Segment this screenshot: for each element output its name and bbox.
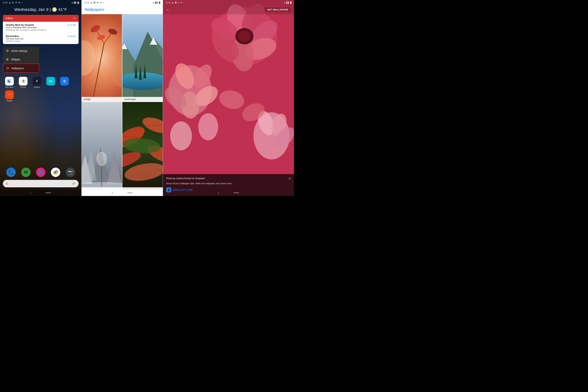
- email-item-1[interactable]: Healthy Mind by Verywell 11:12 AM How to…: [3, 22, 79, 33]
- photo-icon-p3: 🖼: [175, 2, 177, 4]
- battery-icon-p2: ▓: [159, 2, 160, 4]
- app-play-store[interactable]: ▶ Play Store: [3, 77, 15, 88]
- voyage-thumb: [82, 14, 122, 102]
- home-indicator[interactable]: [46, 192, 51, 193]
- photos-label: Photos: [20, 86, 26, 88]
- email-row: ButcherBox 11:05 AM: [6, 35, 76, 38]
- status-left: 11:15 ☁ 🐦 ✉ 🐦 •: [2, 2, 22, 4]
- dock-chrome[interactable]: [51, 168, 60, 177]
- panel3-content: 11:15 ☁ 🖼 ≡ 🐦 • ▲ ▌▌ ▓ ← SET WALLPAPER P…: [163, 0, 294, 196]
- email-preview: Meditating with chocolate is simple enou…: [6, 29, 76, 31]
- app-ho[interactable]: HO: [45, 77, 56, 88]
- games-label: Games: [34, 86, 40, 88]
- landscapes-thumb: [122, 14, 163, 102]
- dock-spiral[interactable]: 🌀: [36, 168, 45, 177]
- expand-icon[interactable]: ∨: [289, 176, 291, 180]
- inbox-header: Inbox ✏: [3, 15, 79, 22]
- wallpaper-voyage[interactable]: Voyage: [82, 14, 122, 102]
- panel3-topbar: ← SET WALLPAPER: [163, 5, 294, 14]
- separator: |: [50, 7, 52, 12]
- status-bar-panel3: 11:15 ☁ 🖼 ≡ 🐦 • ▲ ▌▌ ▓: [163, 0, 294, 5]
- app-games[interactable]: # Games: [31, 77, 43, 88]
- svg-text:▶: ▶: [8, 79, 11, 83]
- wallpaper-landscapes[interactable]: Landscapes: [122, 14, 163, 102]
- app-photos[interactable]: Photos: [17, 77, 29, 88]
- app-grid: ▶ Play Store Photos: [0, 75, 81, 104]
- wallpapers-icon: ⊡: [6, 66, 9, 70]
- tropical-label: [122, 187, 163, 190]
- wallpapers-header: Wallpapers: [82, 5, 163, 14]
- wifi-icon-p3: ▲: [284, 2, 286, 4]
- wallpaper-winter[interactable]: [82, 102, 122, 190]
- menu-item-wallpapers[interactable]: ⊡ Wallpapers: [3, 64, 39, 73]
- soundcloud-icon: ☁: [9, 2, 11, 4]
- home-indicator-p3[interactable]: [234, 192, 239, 193]
- wallpaper-preview-panel: 11:15 ☁ 🖼 ≡ 🐦 • ▲ ▌▌ ▓ ← SET WALLPAPER P…: [163, 0, 294, 196]
- wallpaper-grid: Voyage: [82, 14, 163, 190]
- signal-icon-p2: ▌▌: [155, 2, 158, 4]
- nav-bar-panel3: ‹: [163, 190, 294, 196]
- wallpapers-panel: 11:15 ☁ 🖼 🐦 ✉ • ▲ ▌▌ ▓ Wallpapers: [81, 0, 163, 196]
- email-time-2: 11:05 AM: [67, 35, 76, 37]
- svg-point-19: [122, 72, 163, 90]
- menu-label-widgets: Widgets: [11, 58, 20, 61]
- status-left-p2: 11:15 ☁ 🖼 🐦 ✉ •: [84, 2, 103, 4]
- svg-point-32: [96, 152, 107, 166]
- time-label-p2: 11:15: [84, 2, 89, 4]
- dock-phone[interactable]: 📞: [6, 168, 16, 177]
- wallpaper-tropical[interactable]: [122, 102, 163, 190]
- home-screen-panel: 11:15 ☁ 🐦 ✉ 🐦 • ▲ ▌▌ ▓ Wednesday, Jan 9 …: [0, 0, 81, 196]
- wallpaper-description: Show off your wallpaper style. Make this…: [166, 182, 291, 185]
- tropical-thumb: [122, 102, 163, 190]
- google-assistant-icon: [72, 182, 76, 186]
- widgets-icon: ⊞: [6, 58, 8, 61]
- menu-item-widgets[interactable]: ⊞ Widgets: [3, 55, 39, 64]
- date-label: Wednesday, Jan 9 | 🌕 41°F: [0, 7, 81, 12]
- gmail-icon: ✉: [15, 2, 17, 4]
- status-bar-panel2: 11:15 ☁ 🖼 🐦 ✉ • ▲ ▌▌ ▓: [82, 0, 163, 5]
- edit-icon[interactable]: ✏: [73, 17, 76, 20]
- soundcloud-icon-p3: ☁: [172, 2, 174, 4]
- battery-icon: ▓: [77, 2, 79, 4]
- games-icon: #: [32, 77, 41, 86]
- ho-icon: HO: [46, 77, 55, 86]
- menu-label-wallpapers: Wallpapers: [11, 67, 24, 70]
- back-nav-p3[interactable]: ‹: [218, 191, 219, 195]
- inbox-title: Inbox: [6, 17, 13, 20]
- back-button[interactable]: ←: [166, 8, 170, 12]
- menu-item-home-settings[interactable]: ⚙ Home settings: [3, 46, 39, 55]
- twitter-icon-p3: 🐦: [180, 2, 183, 4]
- status-bar-panel1: 11:15 ☁ 🐦 ✉ 🐦 • ▲ ▌▌ ▓: [0, 0, 81, 5]
- google-g-icon: G: [6, 182, 8, 186]
- battery-icon-p3: ▓: [290, 2, 292, 4]
- date-text: Wednesday, Jan 9: [14, 7, 48, 12]
- signal-icon-p3: ▌▌: [287, 2, 289, 4]
- email-subject-2: Our best deal ever: [6, 38, 76, 40]
- search-bar[interactable]: G: [3, 180, 79, 187]
- home-indicator-p2[interactable]: [127, 192, 133, 193]
- dock-messages[interactable]: ✉: [21, 168, 30, 177]
- settings-icon: ⚙: [6, 49, 9, 52]
- menu-label-settings: Home settings: [11, 50, 27, 52]
- weather-text: 41°F: [58, 7, 67, 12]
- set-wallpaper-button[interactable]: SET WALLPAPER: [264, 7, 291, 12]
- wallpapers-title: Wallpapers: [84, 7, 160, 12]
- wifi-icon: ▲: [71, 2, 73, 4]
- play-store-label: Play Store: [5, 86, 13, 88]
- email-item-2[interactable]: ButcherBox 11:05 AM Our best deal ever G…: [3, 33, 79, 44]
- app-shazam[interactable]: S: [59, 77, 70, 88]
- dot-icon: •: [22, 2, 22, 4]
- back-nav[interactable]: ‹: [30, 191, 31, 194]
- back-nav-p2[interactable]: ‹: [112, 191, 113, 195]
- dot-icon-p2: •: [103, 2, 104, 4]
- date-weather-widget: Wednesday, Jan 9 | 🌕 41°F: [0, 5, 81, 14]
- winter-thumb: [82, 102, 122, 190]
- email-sender: Healthy Mind by Verywell: [6, 24, 34, 26]
- voyage-label: Voyage: [82, 97, 122, 102]
- soundcloud-icon-p2: ☁: [90, 2, 92, 4]
- twitter-icon-1: 🐦: [12, 2, 14, 4]
- context-menu: ⚙ Home settings ⊞ Widgets ⊡ Wallpapers: [3, 46, 39, 73]
- app-reddit[interactable]: 👾 Reddit: [3, 90, 15, 102]
- status-right-p3: ▲ ▌▌ ▓: [284, 2, 292, 4]
- dock-camera[interactable]: 📷: [66, 168, 75, 177]
